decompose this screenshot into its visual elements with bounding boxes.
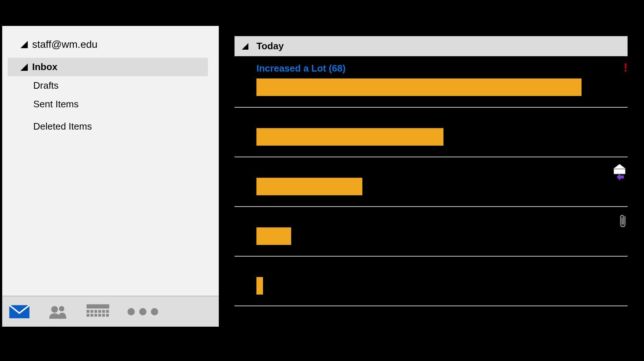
more-nav-icon[interactable] bbox=[127, 308, 158, 315]
folder-label: Inbox bbox=[32, 61, 57, 73]
svg-rect-4 bbox=[87, 310, 89, 313]
svg-point-1 bbox=[51, 306, 58, 312]
folder-label: Drafts bbox=[33, 80, 58, 91]
message-row[interactable] bbox=[235, 267, 628, 306]
account-header[interactable]: staff@wm.edu bbox=[2, 39, 219, 50]
folder-deleted-items[interactable]: Deleted Items bbox=[2, 117, 219, 136]
folder-label: Deleted Items bbox=[33, 121, 92, 132]
svg-rect-12 bbox=[94, 314, 97, 316]
email-client-window: staff@wm.edu Inbox Drafts Sent Items Del… bbox=[1, 25, 643, 328]
svg-rect-7 bbox=[98, 310, 101, 313]
svg-marker-16 bbox=[613, 164, 626, 169]
folder-tree: staff@wm.edu Inbox Drafts Sent Items Del… bbox=[2, 26, 219, 296]
collapse-triangle-icon bbox=[242, 43, 248, 50]
importance-high-icon: ! bbox=[624, 61, 628, 74]
svg-rect-8 bbox=[102, 310, 105, 313]
attachment-icon bbox=[618, 214, 628, 230]
account-email: staff@wm.edu bbox=[32, 39, 98, 50]
mail-nav-icon[interactable] bbox=[9, 304, 30, 319]
bar-indicator bbox=[256, 128, 443, 146]
message-row[interactable]: ! bbox=[235, 78, 628, 108]
navigation-bar bbox=[2, 296, 219, 327]
category-label[interactable]: Increased a Lot (68) bbox=[256, 63, 628, 74]
message-row[interactable] bbox=[235, 118, 628, 157]
bar-indicator bbox=[256, 227, 291, 245]
people-nav-icon[interactable] bbox=[48, 304, 68, 319]
collapse-triangle-icon bbox=[20, 64, 28, 71]
folder-drafts[interactable]: Drafts bbox=[2, 76, 219, 95]
replied-icon bbox=[611, 163, 628, 182]
collapse-triangle-icon bbox=[20, 41, 28, 48]
message-row[interactable] bbox=[235, 217, 628, 257]
bar-indicator bbox=[256, 78, 582, 96]
folder-sent-items[interactable]: Sent Items bbox=[2, 95, 219, 114]
folder-sidebar: staff@wm.edu Inbox Drafts Sent Items Del… bbox=[2, 26, 220, 327]
date-group-header[interactable]: Today bbox=[235, 36, 628, 56]
message-list-panel: Today Increased a Lot (68) ! bbox=[220, 26, 642, 327]
svg-rect-3 bbox=[87, 304, 109, 308]
folder-inbox[interactable]: Inbox bbox=[8, 58, 208, 76]
svg-rect-13 bbox=[98, 314, 101, 316]
dot-icon bbox=[151, 308, 158, 315]
calendar-nav-icon[interactable] bbox=[87, 304, 109, 319]
svg-rect-6 bbox=[94, 310, 97, 313]
bar-indicator bbox=[256, 277, 263, 295]
svg-point-2 bbox=[59, 306, 64, 311]
svg-rect-10 bbox=[87, 314, 89, 316]
svg-rect-9 bbox=[106, 310, 109, 313]
bar-indicator bbox=[256, 178, 362, 195]
message-row[interactable] bbox=[235, 168, 628, 207]
svg-rect-17 bbox=[614, 169, 625, 174]
dot-icon bbox=[127, 308, 135, 315]
svg-rect-5 bbox=[91, 310, 94, 313]
dot-icon bbox=[139, 308, 146, 315]
date-group-label: Today bbox=[256, 41, 284, 52]
svg-rect-14 bbox=[102, 314, 105, 316]
folder-label: Sent Items bbox=[33, 99, 79, 110]
svg-rect-11 bbox=[91, 314, 94, 316]
svg-rect-15 bbox=[106, 314, 109, 316]
